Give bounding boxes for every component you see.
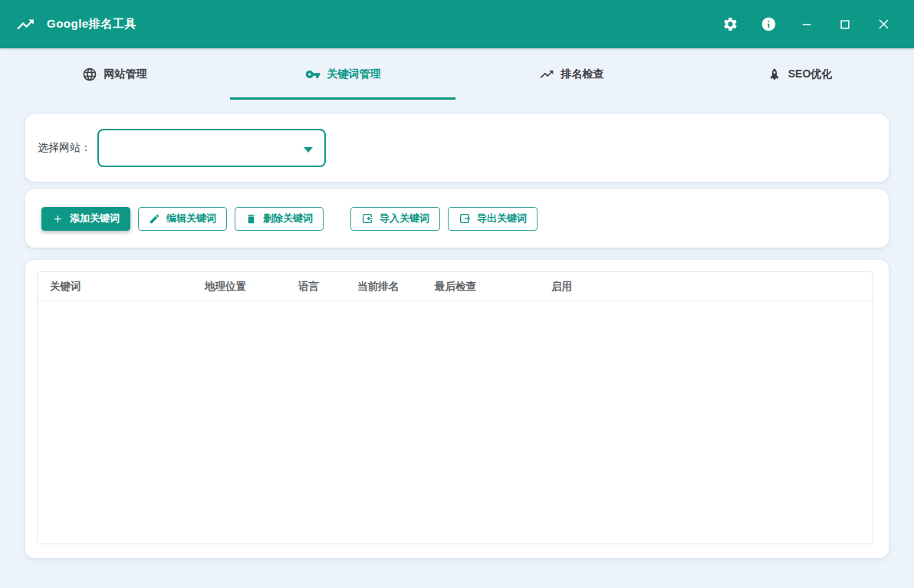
site-select-label: 选择网站： [38,141,91,155]
table-header-row: 关键词 地理位置 语言 当前排名 最后检查 启用 [38,272,873,301]
window-controls [721,15,893,34]
trending-up-icon [15,15,35,34]
tab-site-management[interactable]: 网站管理 [0,48,228,100]
export-keyword-button[interactable]: 导出关键词 [448,207,538,231]
app-title: Google排名工具 [47,17,136,31]
col-enabled: 启用 [551,280,873,294]
col-current-rank: 当前排名 [357,280,435,294]
tab-label: 网站管理 [104,67,147,81]
close-icon[interactable] [874,15,893,34]
tab-label: SEO优化 [788,67,833,81]
minimize-icon[interactable] [797,15,816,34]
button-label: 编辑关键词 [166,212,216,225]
tab-keyword-management[interactable]: 关键词管理 [228,48,457,100]
keyword-table-card: 关键词 地理位置 语言 当前排名 最后检查 启用 [25,260,889,558]
trending-up-icon [539,67,554,82]
tab-rank-check[interactable]: 排名检查 [457,48,686,100]
keyword-toolbar-card: 添加关键词 编辑关键词 删除关键词 导入关键词 导出关键词 [25,189,889,248]
tab-seo-optimize[interactable]: SEO优化 [686,48,914,100]
col-last-check: 最后检查 [435,280,551,294]
globe-icon [82,67,97,82]
key-icon [305,67,321,82]
rocket-icon [768,67,781,81]
button-label: 添加关键词 [70,212,120,225]
col-location: 地理位置 [205,280,298,294]
export-icon [459,212,471,225]
add-keyword-button[interactable]: 添加关键词 [41,207,130,231]
tabbar: 网站管理 关键词管理 排名检查 SEO优化 [0,48,914,100]
table-body-empty [38,301,873,544]
edit-keyword-button[interactable]: 编辑关键词 [138,207,227,231]
site-select[interactable] [97,129,326,167]
tab-label: 排名检查 [561,67,604,81]
import-icon [361,212,373,225]
titlebar: Google排名工具 [0,0,914,48]
button-label: 导出关键词 [477,212,527,225]
plus-icon [52,213,64,225]
trash-icon [245,213,257,225]
site-selector-card: 选择网站： [25,114,889,182]
col-language: 语言 [298,280,357,294]
keyword-table: 关键词 地理位置 语言 当前排名 最后检查 启用 [37,271,873,544]
delete-keyword-button[interactable]: 删除关键词 [235,207,324,231]
button-label: 导入关键词 [380,212,429,225]
tab-label: 关键词管理 [327,67,381,81]
pencil-icon [149,213,160,225]
maximize-icon[interactable] [836,15,854,34]
info-icon[interactable] [759,15,778,34]
col-keyword: 关键词 [50,280,205,294]
import-keyword-button[interactable]: 导入关键词 [350,207,440,231]
dropdown-arrow-icon [304,147,313,153]
button-label: 删除关键词 [263,212,313,225]
settings-gear-icon[interactable] [721,15,739,34]
